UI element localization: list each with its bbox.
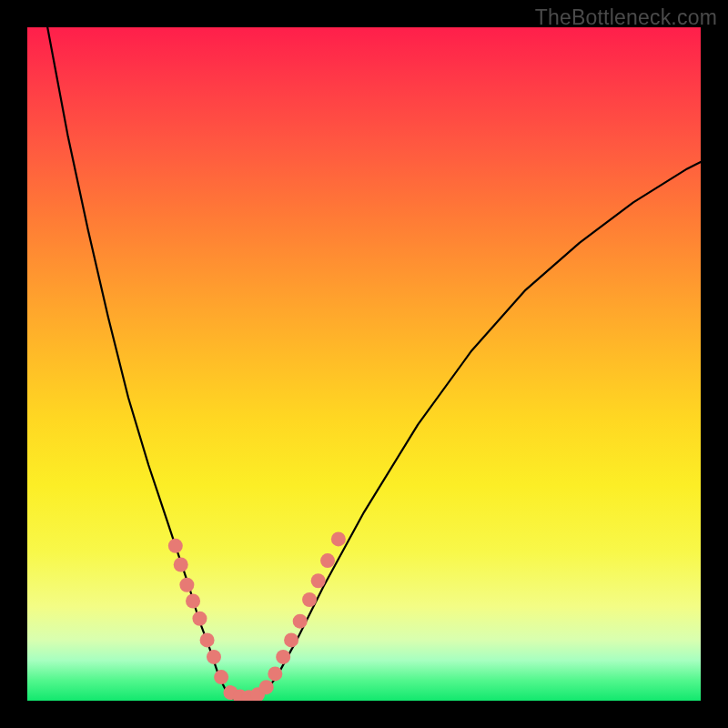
data-marker [168,539,183,553]
data-marker [179,578,194,592]
chart-overlay [27,27,701,701]
data-marker [331,531,346,546]
data-marker [320,553,335,568]
watermark-text: TheBottleneck.com [535,5,717,30]
data-marker [259,680,274,694]
data-marker [302,592,317,607]
data-marker [186,593,200,608]
data-marker [268,666,282,681]
data-marker [276,650,290,664]
data-marker [293,614,308,629]
chart-frame: TheBottleneck.com [0,0,728,728]
data-marker [192,612,207,626]
marker-group [168,531,346,701]
data-marker [174,558,188,572]
data-marker [214,670,228,684]
bottleneck-curve [47,27,701,700]
data-marker [200,632,215,647]
plot-area [27,27,701,701]
data-marker [311,573,326,588]
data-marker [284,632,298,647]
data-marker [207,650,221,664]
